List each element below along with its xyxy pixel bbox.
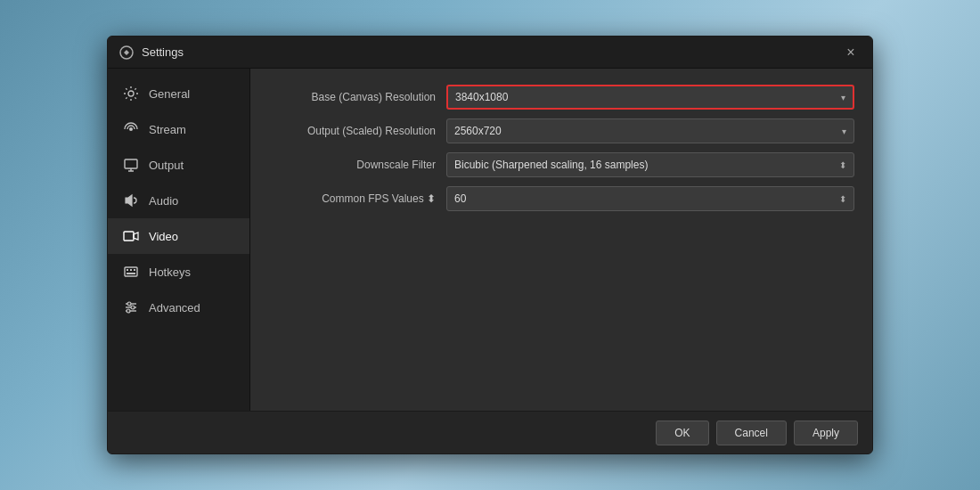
output-resolution-row: Output (Scaled) Resolution 2560x720 ▾ [268,117,854,145]
base-resolution-label: Base (Canvas) Resolution [268,91,446,103]
sidebar-audio-label: Audio [149,194,178,208]
cancel-button[interactable]: Cancel [716,421,787,445]
ok-button[interactable]: OK [656,421,708,445]
video-settings-group: Base (Canvas) Resolution 3840x1080 ▾ Out… [268,83,854,213]
svg-point-17 [127,302,131,306]
settings-dialog: Settings × General [107,36,873,454]
sidebar-advanced-label: Advanced [149,301,200,314]
svg-point-18 [131,306,135,309]
sidebar-item-general[interactable]: General [108,76,249,111]
sidebar: General Stream [108,69,250,411]
svg-rect-13 [127,273,135,274]
sidebar-item-output[interactable]: Output [108,147,249,183]
dialog-body: General Stream [108,69,872,411]
svg-point-19 [127,309,130,313]
main-content: Base (Canvas) Resolution 3840x1080 ▾ Out… [250,69,872,411]
sidebar-item-advanced[interactable]: Advanced [108,290,249,325]
video-icon [122,227,140,245]
fps-value: 60 [454,192,466,205]
title-bar-icon [118,45,135,61]
apply-button[interactable]: Apply [794,421,858,445]
title-bar: Settings × [108,37,872,69]
base-resolution-control: 3840x1080 ▾ [446,85,854,110]
svg-rect-9 [125,267,137,276]
svg-rect-3 [125,159,137,168]
base-resolution-arrow: ▾ [841,93,845,102]
fps-control: 60 ⬍ [446,186,854,211]
downscale-filter-value: Bicubic (Sharpened scaling, 16 samples) [454,159,648,171]
fps-row: Common FPS Values ⬍ 60 ⬍ [268,184,854,213]
svg-marker-8 [134,233,138,240]
audio-icon [122,192,140,209]
gear-icon [122,85,140,102]
svg-rect-7 [124,232,134,241]
svg-marker-6 [126,195,132,206]
fps-label: Common FPS Values ⬍ [268,192,446,205]
hotkeys-icon [122,263,140,281]
output-resolution-control: 2560x720 ▾ [446,118,854,143]
downscale-filter-label: Downscale Filter [268,159,446,171]
sidebar-item-audio[interactable]: Audio [108,183,249,218]
output-icon [122,156,140,174]
fps-select[interactable]: 60 ⬍ [446,186,854,211]
output-resolution-label: Output (Scaled) Resolution [268,125,446,137]
base-resolution-row: Base (Canvas) Resolution 3840x1080 ▾ [268,83,854,111]
svg-point-1 [128,91,134,96]
stream-icon [122,120,140,138]
sidebar-general-label: General [149,87,190,101]
advanced-icon [122,298,140,316]
output-resolution-select[interactable]: 2560x720 ▾ [446,118,854,143]
dialog-footer: OK Cancel Apply [108,411,872,453]
sidebar-hotkeys-label: Hotkeys [149,265,191,279]
output-resolution-arrow: ▾ [842,127,846,136]
downscale-filter-control: Bicubic (Sharpened scaling, 16 samples) … [446,152,854,177]
svg-rect-10 [127,269,128,271]
svg-point-2 [129,127,133,131]
sidebar-item-hotkeys[interactable]: Hotkeys [108,254,249,290]
downscale-filter-arrow: ⬍ [839,160,846,170]
sidebar-video-label: Video [149,230,178,243]
svg-rect-11 [130,269,132,271]
sidebar-item-video[interactable]: Video [108,218,249,254]
sidebar-output-label: Output [149,159,184,172]
sidebar-stream-label: Stream [149,123,186,136]
close-button[interactable]: × [840,42,862,63]
output-resolution-value: 2560x720 [454,125,502,137]
sidebar-item-stream[interactable]: Stream [108,111,249,147]
dialog-title: Settings [142,45,840,59]
downscale-filter-row: Downscale Filter Bicubic (Sharpened scal… [268,151,854,179]
base-resolution-select[interactable]: 3840x1080 ▾ [446,85,854,110]
base-resolution-value: 3840x1080 [455,91,508,103]
downscale-filter-select[interactable]: Bicubic (Sharpened scaling, 16 samples) … [446,152,854,177]
fps-arrow: ⬍ [839,194,846,204]
svg-rect-12 [134,269,135,271]
